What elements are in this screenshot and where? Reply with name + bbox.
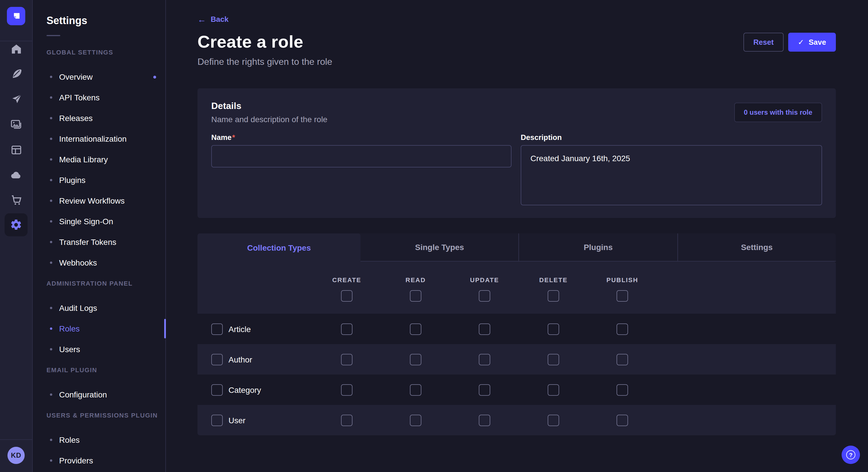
- sidebar-item-media-library[interactable]: Media Library: [46, 149, 157, 170]
- section-administration-panel: ADMINISTRATION PANEL Audit Logs Roles Us…: [46, 280, 157, 360]
- select-all-create-checkbox[interactable]: [341, 290, 352, 302]
- row-select-checkbox[interactable]: [211, 353, 223, 365]
- sidebar-item-audit-logs[interactable]: Audit Logs: [46, 298, 157, 318]
- strapi-logo[interactable]: [7, 7, 25, 25]
- help-button[interactable]: ?: [842, 446, 860, 464]
- permissions-tabs: Collection Types Single Types Plugins Se…: [197, 233, 836, 262]
- description-textarea[interactable]: Created January 16th, 2025: [521, 145, 822, 205]
- permission-checkbox-update[interactable]: [479, 414, 490, 426]
- permission-checkbox-publish[interactable]: [617, 323, 628, 335]
- bullet-icon: [50, 220, 52, 223]
- cloud-icon: [10, 169, 22, 181]
- sidebar-item-review-workflows[interactable]: Review Workflows: [46, 191, 157, 211]
- section-label: ADMINISTRATION PANEL: [46, 280, 157, 288]
- sidebar-item-transfer-tokens[interactable]: Transfer Tokens: [46, 232, 157, 252]
- save-button[interactable]: ✓ Save: [788, 32, 836, 51]
- sidebar-item-plugins[interactable]: Plugins: [46, 170, 157, 191]
- permission-checkbox-delete[interactable]: [548, 323, 559, 335]
- check-icon: ✓: [798, 38, 804, 45]
- sidebar-item-marketplace[interactable]: [0, 189, 32, 210]
- page-subtitle: Define the rights given to the role: [197, 57, 836, 67]
- tab-single-types[interactable]: Single Types: [361, 233, 519, 262]
- permission-checkbox-create[interactable]: [341, 323, 352, 335]
- tab-settings[interactable]: Settings: [677, 233, 836, 262]
- permission-checkbox-delete[interactable]: [548, 414, 559, 426]
- column-header-read: READ: [381, 276, 450, 284]
- tab-plugins[interactable]: Plugins: [519, 233, 677, 262]
- permission-checkbox-update[interactable]: [479, 323, 490, 335]
- back-link[interactable]: ← Back: [197, 15, 228, 24]
- details-card: Details Name and description of the role…: [197, 88, 836, 218]
- table-row-article: Article: [197, 314, 836, 344]
- bullet-icon: [50, 179, 52, 181]
- sidebar-item-settings[interactable]: [5, 213, 28, 236]
- sidebar-item-single-sign-on[interactable]: Single Sign-On: [46, 211, 157, 232]
- sidebar-item-releases[interactable]: [0, 88, 32, 109]
- sidebar-item-media-library[interactable]: [0, 114, 32, 135]
- rail-divider-bottom: [0, 439, 32, 440]
- row-select-checkbox[interactable]: [211, 384, 223, 396]
- sidebar-item-roles-admin[interactable]: Roles: [46, 318, 157, 339]
- bullet-icon: [50, 328, 52, 330]
- reset-button[interactable]: Reset: [744, 32, 784, 51]
- row-select-checkbox[interactable]: [211, 414, 223, 426]
- permission-checkbox-create[interactable]: [341, 414, 352, 426]
- column-header-update: UPDATE: [450, 276, 519, 284]
- sidebar-item-api-tokens[interactable]: API Tokens: [46, 87, 157, 108]
- settings-sidebar: Settings GLOBAL SETTINGS Overview API To…: [33, 0, 166, 472]
- table-row-author: Author: [197, 344, 836, 374]
- sidebar-item-internationalization[interactable]: Internationalization: [46, 129, 157, 149]
- select-all-delete-checkbox[interactable]: [548, 290, 559, 302]
- select-all-update-checkbox[interactable]: [479, 290, 490, 302]
- app-window: KD Settings GLOBAL SETTINGS Overview API…: [0, 0, 868, 472]
- permission-checkbox-read[interactable]: [410, 323, 422, 335]
- sidebar-item-users[interactable]: Users: [46, 339, 157, 360]
- permission-checkbox-read[interactable]: [410, 384, 422, 396]
- back-arrow-icon: ←: [197, 15, 206, 24]
- users-with-role-button[interactable]: 0 users with this role: [734, 103, 822, 122]
- permission-checkbox-update[interactable]: [479, 353, 490, 365]
- section-global-settings: GLOBAL SETTINGS Overview API Tokens Rele…: [46, 49, 157, 273]
- permission-checkbox-create[interactable]: [341, 353, 352, 365]
- page-title: Create a role: [197, 32, 303, 52]
- sidebar-item-overview[interactable]: Overview: [46, 67, 157, 87]
- shopping-cart-icon: [10, 194, 22, 206]
- permission-checkbox-publish[interactable]: [617, 384, 628, 396]
- permission-checkbox-read[interactable]: [410, 414, 422, 426]
- gear-icon: [10, 218, 22, 231]
- row-select-checkbox[interactable]: [211, 323, 223, 335]
- page-header: Create a role Reset ✓ Save: [197, 32, 836, 52]
- details-title: Details: [211, 101, 328, 111]
- avatar[interactable]: KD: [7, 447, 25, 464]
- table-row-category: Category: [197, 374, 836, 405]
- permission-checkbox-create[interactable]: [341, 384, 352, 396]
- sidebar-item-releases[interactable]: Releases: [46, 108, 157, 129]
- column-header-create: CREATE: [312, 276, 381, 284]
- sidebar-item-home[interactable]: [0, 38, 32, 59]
- permission-checkbox-publish[interactable]: [617, 414, 628, 426]
- permission-checkbox-update[interactable]: [479, 384, 490, 396]
- paper-plane-icon: [10, 93, 22, 105]
- sidebar-item-content-type-builder[interactable]: [0, 139, 32, 160]
- permission-checkbox-publish[interactable]: [617, 353, 628, 365]
- description-label: Description: [521, 133, 822, 142]
- bullet-icon: [50, 76, 52, 78]
- sidebar-item-webhooks[interactable]: Webhooks: [46, 252, 157, 273]
- permission-checkbox-read[interactable]: [410, 353, 422, 365]
- name-label: Name*: [211, 133, 512, 142]
- select-all-read-checkbox[interactable]: [410, 290, 422, 302]
- sidebar-item-deploy[interactable]: [0, 165, 32, 185]
- tab-collection-types[interactable]: Collection Types: [197, 233, 361, 262]
- permission-checkbox-delete[interactable]: [548, 384, 559, 396]
- sidebar-item-content-manager[interactable]: [0, 63, 32, 84]
- sidebar-item-configuration[interactable]: Configuration: [46, 384, 157, 405]
- sidebar-title-rule: [46, 35, 60, 36]
- sidebar-item-providers[interactable]: Providers: [46, 450, 157, 471]
- section-label: EMAIL PLUGIN: [46, 367, 157, 374]
- select-all-publish-checkbox[interactable]: [617, 290, 628, 302]
- permission-checkbox-delete[interactable]: [548, 353, 559, 365]
- sidebar-item-roles-up[interactable]: Roles: [46, 430, 157, 450]
- name-input[interactable]: [211, 145, 512, 167]
- section-label: GLOBAL SETTINGS: [46, 49, 157, 57]
- details-fields: Name* Description Created January 16th, …: [211, 133, 822, 208]
